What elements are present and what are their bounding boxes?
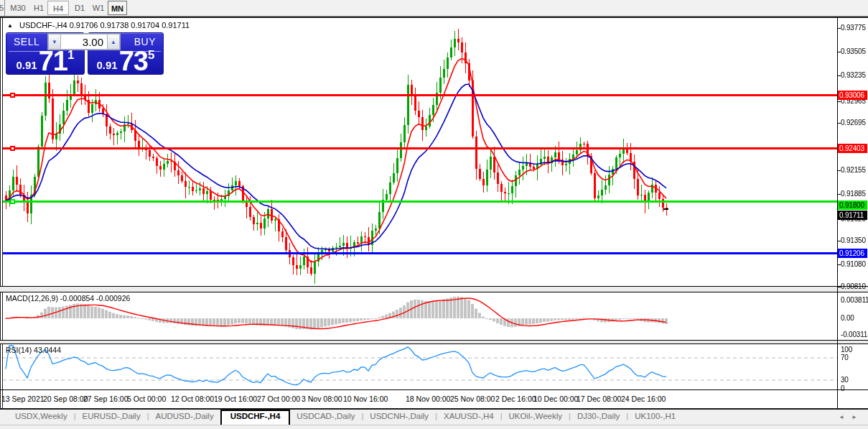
timeframe-button-5[interactable]: 5 bbox=[0, 1, 4, 15]
price-axis-tick-label: 0.93505 bbox=[841, 47, 868, 55]
date-axis-label: 17 Dec 08:00 bbox=[577, 395, 621, 403]
chart-tab-audusd-[interactable]: AUDUSD-,Daily bbox=[149, 410, 220, 425]
mt4-window: 5M30H1H4D1W1MN ▲ USDCHF-,H4 0.91706 0.91… bbox=[0, 0, 868, 429]
rsi-axis-label: 0 bbox=[841, 384, 868, 392]
panel-splitter[interactable] bbox=[0, 287, 868, 292]
chart-tab-usdx[interactable]: USDX,Weekly bbox=[9, 410, 74, 425]
chart-tab-eurusd-[interactable]: EURUSD-,Daily bbox=[76, 410, 147, 425]
chart-ohlc-quotes: 0.91706 0.91738 0.91704 0.91711 bbox=[70, 21, 190, 29]
sell-price-prefix: 0.91 bbox=[17, 59, 37, 71]
date-axis-label: 19 Oct 16:00 bbox=[214, 395, 257, 403]
one-click-trade-panel: SELL 0.91 71 1 BUY 0.91 73 5 ▼ 3.00 ▲ bbox=[6, 32, 164, 75]
volume-decrease-button[interactable]: ▼ bbox=[48, 34, 61, 50]
rsi-panel-top-border bbox=[0, 343, 868, 344]
sell-price-big: 71 bbox=[39, 50, 67, 73]
price-axis-badge: 0.92403 bbox=[838, 144, 867, 153]
rsi-label: RSI(14) 43.0444 bbox=[6, 346, 61, 354]
date-axis-label: 2 Dec 16:00 bbox=[495, 395, 536, 403]
timeframe-button-h4[interactable]: H4 bbox=[47, 1, 69, 15]
chart-title: ▲ USDCHF-,H4 0.91706 0.91738 0.91704 0.9… bbox=[7, 21, 190, 29]
horizontal-line-object[interactable] bbox=[3, 147, 837, 149]
chart-tab-xauusd-[interactable]: XAUUSD-,H4 bbox=[437, 410, 500, 425]
sell-price: 0.91 71 1 bbox=[6, 50, 84, 73]
price-axis-tick-label: 0.91885 bbox=[841, 190, 868, 198]
chart-tab-usdcad-[interactable]: USDCAD-,Daily bbox=[290, 410, 361, 425]
price-axis-tick-label: 0.93775 bbox=[841, 24, 868, 32]
rsi-axis-label: 30 bbox=[841, 376, 868, 384]
price-axis-badge: 0.91711 bbox=[838, 211, 867, 220]
buy-price-prefix: 0.91 bbox=[97, 59, 118, 71]
price-axis-tick-label: 0.91080 bbox=[841, 260, 868, 268]
chart-tab-uk100-[interactable]: UK100-,H1 bbox=[628, 410, 682, 425]
horizontal-line-object[interactable] bbox=[3, 200, 837, 203]
date-axis-label: 27 Sep 16:00 bbox=[83, 395, 128, 403]
rsi-indicator-canvas[interactable] bbox=[3, 344, 837, 389]
price-axis-tick-label: 0.93235 bbox=[841, 71, 868, 79]
buy-price-pip: 5 bbox=[148, 48, 154, 63]
horizontal-line-object[interactable] bbox=[3, 252, 837, 254]
date-axis-label: 25 Nov 08:00 bbox=[450, 395, 495, 403]
date-axis-label: 20 Sep 08:00 bbox=[43, 395, 88, 403]
timeframe-button-d1[interactable]: D1 bbox=[72, 1, 88, 15]
macd-axis-label: -0.003115 bbox=[841, 331, 868, 338]
window-left-border bbox=[0, 17, 1, 410]
timeframe-toolbar: 5M30H1H4D1W1MN bbox=[0, 0, 868, 17]
date-axis-label: 24 Dec 16:00 bbox=[621, 395, 666, 403]
date-axis-label: 12 Oct 08:00 bbox=[171, 395, 214, 403]
buy-price-big: 73 bbox=[119, 50, 148, 73]
date-axis-label: 27 Oct 00:00 bbox=[257, 395, 300, 403]
date-axis-label: 10 Dec 00:00 bbox=[533, 395, 578, 403]
date-axis-label: 10 Nov 16:00 bbox=[343, 395, 388, 403]
rsi-axis-label: 100 bbox=[841, 346, 868, 354]
last-price-tick bbox=[663, 208, 668, 210]
price-axis-tick-label: 0.90810 bbox=[841, 282, 868, 290]
price-axis-tick-label: 0.92155 bbox=[841, 166, 868, 174]
price-axis-badge: 0.91800 bbox=[838, 200, 867, 210]
volume-input[interactable]: 3.00 bbox=[61, 34, 107, 50]
buy-price: 0.91 73 5 bbox=[88, 50, 163, 73]
sell-label[interactable]: SELL bbox=[14, 36, 39, 47]
chart-tab-bar: USDX,Weekly|EURUSD-,Daily|AUDUSD-,DailyU… bbox=[0, 410, 868, 425]
rsi-panel-bottom-border bbox=[0, 389, 868, 390]
timeframe-button-h1[interactable]: H1 bbox=[32, 1, 46, 15]
timeframe-button-w1[interactable]: W1 bbox=[90, 1, 106, 15]
line-anchor-handle[interactable] bbox=[10, 199, 15, 204]
date-axis-label: 13 Sep 2021 bbox=[1, 395, 45, 403]
price-axis-tick-label: 0.92695 bbox=[841, 119, 868, 126]
date-axis-label: 18 Nov 00:00 bbox=[406, 395, 450, 403]
tab-scroll-left-icon[interactable]: ◄ bbox=[839, 414, 844, 420]
tab-scroll-right-icon[interactable]: ► bbox=[851, 414, 857, 420]
status-bar bbox=[0, 425, 868, 429]
macd-axis-label: 0.003811 bbox=[841, 296, 868, 304]
macd-panel-top-border bbox=[0, 292, 868, 292]
timeframe-button-m30[interactable]: M30 bbox=[9, 1, 27, 15]
macd-axis-label: 0.00 bbox=[841, 314, 868, 322]
toolbar-separator bbox=[4, 0, 5, 17]
chart-tab-dj30-[interactable]: DJ30-,Daily bbox=[571, 410, 626, 425]
volume-spinner: ▼ 3.00 ▲ bbox=[47, 33, 121, 50]
date-axis-label: 5 Oct 00:00 bbox=[127, 395, 166, 403]
price-axis-tick-label: 0.91350 bbox=[841, 236, 868, 244]
chart-tab-ukoil-[interactable]: UKOil-,Weekly bbox=[502, 410, 569, 425]
line-anchor-handle[interactable] bbox=[10, 146, 15, 151]
price-axis-badge: 0.93006 bbox=[838, 91, 867, 100]
price-axis-badge: 0.91206 bbox=[838, 249, 867, 258]
horizontal-line-object[interactable] bbox=[3, 94, 837, 96]
volume-increase-button[interactable]: ▲ bbox=[107, 34, 120, 50]
line-anchor-handle[interactable] bbox=[10, 93, 15, 98]
collapse-trade-panel-icon[interactable]: ▲ bbox=[7, 22, 13, 29]
timeframe-button-mn[interactable]: MN bbox=[108, 1, 127, 15]
chart-tab-usdcnh-[interactable]: USDCNH-,Daily bbox=[363, 410, 435, 425]
window-top-border bbox=[0, 17, 868, 18]
date-axis-label: 3 Nov 08:00 bbox=[302, 395, 342, 403]
macd-label: MACD(12,26,9) -0.000854 -0.000926 bbox=[6, 294, 130, 303]
chart-symbol-period: USDCHF-,H4 bbox=[19, 21, 67, 29]
rsi-axis-label: 70 bbox=[841, 354, 868, 361]
chart-tab-usdchf-[interactable]: USDCHF-,H4 bbox=[220, 410, 291, 425]
sell-price-pip: 1 bbox=[67, 48, 74, 63]
